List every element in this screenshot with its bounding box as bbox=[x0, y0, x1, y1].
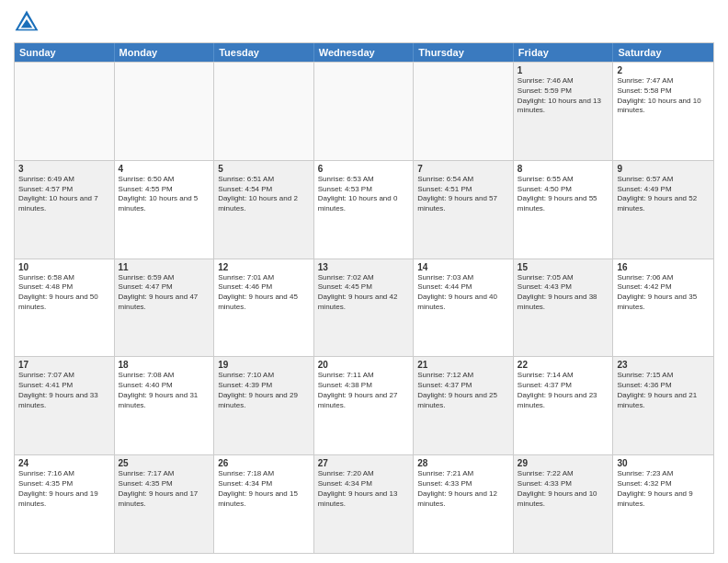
day-info: Sunrise: 7:16 AM Sunset: 4:35 PM Dayligh… bbox=[18, 469, 110, 509]
calendar-cell: 3Sunrise: 6:49 AM Sunset: 4:57 PM Daylig… bbox=[15, 161, 115, 259]
calendar-cell: 18Sunrise: 7:08 AM Sunset: 4:40 PM Dayli… bbox=[115, 357, 215, 454]
day-number: 17 bbox=[18, 360, 110, 370]
calendar: SundayMondayTuesdayWednesdayThursdayFrid… bbox=[14, 42, 714, 554]
day-info: Sunrise: 7:20 AM Sunset: 4:34 PM Dayligh… bbox=[318, 469, 410, 509]
day-number: 14 bbox=[417, 262, 509, 272]
calendar-cell bbox=[414, 63, 514, 160]
calendar-cell: 1Sunrise: 7:46 AM Sunset: 5:59 PM Daylig… bbox=[514, 63, 614, 160]
day-number: 13 bbox=[318, 262, 410, 272]
day-number: 8 bbox=[518, 164, 609, 174]
day-number: 29 bbox=[518, 458, 609, 468]
page: SundayMondayTuesdayWednesdayThursdayFrid… bbox=[0, 0, 728, 563]
calendar-cell: 27Sunrise: 7:20 AM Sunset: 4:34 PM Dayli… bbox=[314, 455, 415, 553]
calendar-cell: 10Sunrise: 6:58 AM Sunset: 4:48 PM Dayli… bbox=[15, 259, 115, 357]
weekday-header: Saturday bbox=[613, 43, 713, 62]
day-info: Sunrise: 7:07 AM Sunset: 4:41 PM Dayligh… bbox=[18, 371, 110, 410]
weekday-header: Tuesday bbox=[214, 43, 314, 62]
calendar-cell: 21Sunrise: 7:12 AM Sunset: 4:37 PM Dayli… bbox=[414, 357, 514, 454]
day-info: Sunrise: 7:14 AM Sunset: 4:37 PM Dayligh… bbox=[518, 371, 609, 410]
calendar-cell: 13Sunrise: 7:02 AM Sunset: 4:45 PM Dayli… bbox=[314, 259, 415, 357]
weekday-header: Friday bbox=[514, 43, 614, 62]
day-info: Sunrise: 7:18 AM Sunset: 4:34 PM Dayligh… bbox=[218, 469, 310, 509]
day-info: Sunrise: 6:57 AM Sunset: 4:49 PM Dayligh… bbox=[617, 175, 710, 214]
day-number: 10 bbox=[18, 262, 110, 272]
day-info: Sunrise: 7:06 AM Sunset: 4:42 PM Dayligh… bbox=[617, 273, 710, 313]
weekday-header: Sunday bbox=[15, 43, 115, 62]
calendar-cell: 2Sunrise: 7:47 AM Sunset: 5:58 PM Daylig… bbox=[613, 63, 713, 160]
calendar-cell bbox=[214, 63, 314, 160]
weekday-header: Wednesday bbox=[314, 43, 415, 62]
day-number: 9 bbox=[617, 164, 710, 174]
day-number: 30 bbox=[617, 458, 710, 468]
day-number: 4 bbox=[119, 164, 210, 174]
day-info: Sunrise: 7:10 AM Sunset: 4:39 PM Dayligh… bbox=[218, 371, 310, 410]
day-info: Sunrise: 6:58 AM Sunset: 4:48 PM Dayligh… bbox=[18, 273, 110, 313]
day-number: 22 bbox=[518, 360, 609, 370]
calendar-header: SundayMondayTuesdayWednesdayThursdayFrid… bbox=[15, 43, 713, 62]
day-number: 5 bbox=[218, 164, 310, 174]
calendar-row: 24Sunrise: 7:16 AM Sunset: 4:35 PM Dayli… bbox=[15, 454, 713, 553]
day-number: 21 bbox=[417, 360, 509, 370]
day-number: 11 bbox=[119, 262, 210, 272]
calendar-row: 10Sunrise: 6:58 AM Sunset: 4:48 PM Dayli… bbox=[15, 259, 713, 357]
calendar-cell: 30Sunrise: 7:23 AM Sunset: 4:32 PM Dayli… bbox=[613, 455, 713, 553]
day-number: 26 bbox=[218, 458, 310, 468]
day-info: Sunrise: 7:02 AM Sunset: 4:45 PM Dayligh… bbox=[318, 273, 410, 313]
day-number: 24 bbox=[18, 458, 110, 468]
calendar-cell bbox=[314, 63, 415, 160]
day-info: Sunrise: 7:17 AM Sunset: 4:35 PM Dayligh… bbox=[119, 469, 210, 509]
day-info: Sunrise: 6:50 AM Sunset: 4:55 PM Dayligh… bbox=[119, 175, 210, 214]
day-number: 28 bbox=[417, 458, 509, 468]
calendar-row: 3Sunrise: 6:49 AM Sunset: 4:57 PM Daylig… bbox=[15, 160, 713, 259]
calendar-cell: 19Sunrise: 7:10 AM Sunset: 4:39 PM Dayli… bbox=[214, 357, 314, 454]
calendar-cell: 26Sunrise: 7:18 AM Sunset: 4:34 PM Dayli… bbox=[214, 455, 314, 553]
day-number: 18 bbox=[119, 360, 210, 370]
day-number: 20 bbox=[318, 360, 410, 370]
calendar-cell: 11Sunrise: 6:59 AM Sunset: 4:47 PM Dayli… bbox=[115, 259, 215, 357]
day-info: Sunrise: 7:47 AM Sunset: 5:58 PM Dayligh… bbox=[617, 76, 710, 116]
calendar-cell: 22Sunrise: 7:14 AM Sunset: 4:37 PM Dayli… bbox=[514, 357, 614, 454]
logo bbox=[14, 9, 43, 35]
day-number: 7 bbox=[417, 164, 509, 174]
calendar-cell: 12Sunrise: 7:01 AM Sunset: 4:46 PM Dayli… bbox=[214, 259, 314, 357]
day-info: Sunrise: 7:15 AM Sunset: 4:36 PM Dayligh… bbox=[617, 371, 710, 410]
day-info: Sunrise: 7:12 AM Sunset: 4:37 PM Dayligh… bbox=[417, 371, 509, 410]
day-number: 2 bbox=[617, 65, 710, 75]
calendar-cell: 8Sunrise: 6:55 AM Sunset: 4:50 PM Daylig… bbox=[514, 161, 614, 259]
day-number: 19 bbox=[218, 360, 310, 370]
day-info: Sunrise: 7:22 AM Sunset: 4:33 PM Dayligh… bbox=[518, 469, 609, 509]
day-number: 16 bbox=[617, 262, 710, 272]
day-number: 23 bbox=[617, 360, 710, 370]
calendar-cell: 15Sunrise: 7:05 AM Sunset: 4:43 PM Dayli… bbox=[514, 259, 614, 357]
header bbox=[14, 9, 714, 35]
day-info: Sunrise: 6:54 AM Sunset: 4:51 PM Dayligh… bbox=[417, 175, 509, 214]
day-info: Sunrise: 6:51 AM Sunset: 4:54 PM Dayligh… bbox=[218, 175, 310, 214]
weekday-header: Monday bbox=[115, 43, 215, 62]
day-info: Sunrise: 7:11 AM Sunset: 4:38 PM Dayligh… bbox=[318, 371, 410, 410]
calendar-cell: 29Sunrise: 7:22 AM Sunset: 4:33 PM Dayli… bbox=[514, 455, 614, 553]
calendar-cell: 16Sunrise: 7:06 AM Sunset: 4:42 PM Dayli… bbox=[613, 259, 713, 357]
calendar-cell: 24Sunrise: 7:16 AM Sunset: 4:35 PM Dayli… bbox=[15, 455, 115, 553]
calendar-cell: 5Sunrise: 6:51 AM Sunset: 4:54 PM Daylig… bbox=[214, 161, 314, 259]
calendar-cell: 7Sunrise: 6:54 AM Sunset: 4:51 PM Daylig… bbox=[414, 161, 514, 259]
day-info: Sunrise: 7:03 AM Sunset: 4:44 PM Dayligh… bbox=[417, 273, 509, 313]
day-info: Sunrise: 7:23 AM Sunset: 4:32 PM Dayligh… bbox=[617, 469, 710, 509]
day-info: Sunrise: 7:05 AM Sunset: 4:43 PM Dayligh… bbox=[518, 273, 609, 313]
day-number: 3 bbox=[18, 164, 110, 174]
calendar-cell: 9Sunrise: 6:57 AM Sunset: 4:49 PM Daylig… bbox=[613, 161, 713, 259]
day-number: 25 bbox=[119, 458, 210, 468]
day-info: Sunrise: 7:21 AM Sunset: 4:33 PM Dayligh… bbox=[417, 469, 509, 509]
calendar-cell: 14Sunrise: 7:03 AM Sunset: 4:44 PM Dayli… bbox=[414, 259, 514, 357]
calendar-cell: 28Sunrise: 7:21 AM Sunset: 4:33 PM Dayli… bbox=[414, 455, 514, 553]
day-number: 6 bbox=[318, 164, 410, 174]
calendar-body: 1Sunrise: 7:46 AM Sunset: 5:59 PM Daylig… bbox=[15, 62, 713, 553]
day-number: 1 bbox=[518, 65, 609, 75]
calendar-row: 17Sunrise: 7:07 AM Sunset: 4:41 PM Dayli… bbox=[15, 356, 713, 454]
day-info: Sunrise: 7:01 AM Sunset: 4:46 PM Dayligh… bbox=[218, 273, 310, 313]
calendar-cell: 25Sunrise: 7:17 AM Sunset: 4:35 PM Dayli… bbox=[115, 455, 215, 553]
day-number: 27 bbox=[318, 458, 410, 468]
day-info: Sunrise: 6:55 AM Sunset: 4:50 PM Dayligh… bbox=[518, 175, 609, 214]
calendar-cell: 6Sunrise: 6:53 AM Sunset: 4:53 PM Daylig… bbox=[314, 161, 415, 259]
calendar-row: 1Sunrise: 7:46 AM Sunset: 5:59 PM Daylig… bbox=[15, 62, 713, 160]
logo-icon bbox=[14, 9, 40, 35]
